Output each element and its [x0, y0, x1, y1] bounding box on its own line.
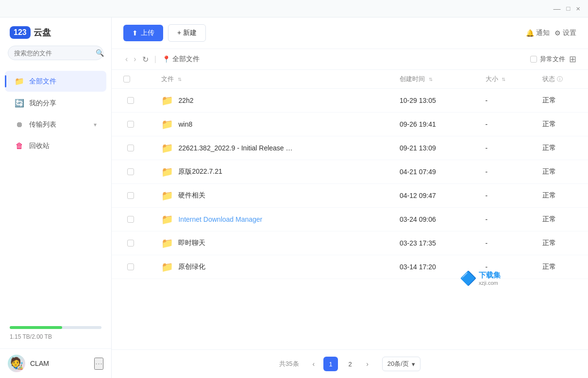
new-button[interactable]: + 新建 [168, 24, 206, 42]
row-checkbox-6[interactable] [123, 240, 138, 247]
row-checkbox-0[interactable] [123, 97, 138, 104]
anomaly-label: 异常文件 [540, 55, 565, 64]
forward-button[interactable]: › [132, 54, 138, 65]
logo-icon: 123 [10, 26, 31, 39]
file-name-cell: 📁 22h2 [161, 95, 376, 106]
row-checkbox-4[interactable] [123, 192, 138, 199]
file-name-cell: 📁 硬件相关 [161, 190, 376, 201]
divider: | [154, 55, 156, 64]
pagination: 共35条 ‹ 1 2 › 20条/页 ▾ [112, 349, 588, 378]
row-checkbox-1[interactable] [123, 121, 138, 128]
anomaly-checkbox[interactable] [530, 56, 537, 63]
prev-page-button[interactable]: ‹ [309, 358, 319, 370]
table-row[interactable]: 📁 Internet Download Manager 03-24 09:06 … [112, 208, 588, 231]
file-name-cell: 📁 win8 [161, 118, 376, 130]
sidebar-item-recycle[interactable]: 🗑 回收站 [5, 136, 106, 156]
more-options-button[interactable]: ··· [94, 358, 103, 370]
table-row[interactable]: 📁 22h2 10-29 13:05 - 正常 [112, 89, 588, 113]
row-checkbox-3[interactable] [123, 168, 138, 175]
file-name: 原版2022.7.21 [178, 167, 222, 176]
sort-icon-date: ⇅ [429, 77, 433, 82]
file-status: 正常 [531, 231, 588, 255]
row-checkbox-5[interactable] [123, 216, 138, 223]
file-size: - [474, 136, 531, 160]
file-status: 正常 [531, 113, 588, 136]
user-info: 🧑‍🎨 CLAM ··· [0, 348, 111, 378]
file-status: 正常 [531, 160, 588, 184]
per-page-select[interactable]: 20条/页 ▾ [382, 357, 420, 371]
close-button[interactable]: × [576, 4, 580, 13]
table-row[interactable]: 📁 即时聊天 03-23 17:35 - 正常 [112, 231, 588, 255]
notify-button[interactable]: 🔔 通知 [526, 29, 550, 37]
file-size: - [474, 184, 531, 208]
file-name-cell: 📁 原创绿化 [161, 261, 376, 273]
maximize-button[interactable]: □ [566, 5, 570, 12]
next-page-button[interactable]: › [362, 358, 372, 370]
row-checkbox-7[interactable] [123, 263, 138, 270]
sidebar-item-all-files[interactable]: 📁 全部文件 [5, 71, 106, 92]
minimize-button[interactable]: — [553, 4, 560, 13]
file-name-cell: 📁 22621.382_2022.9 - Initial Release … [161, 142, 376, 154]
file-name: 22621.382_2022.9 - Initial Release … [178, 144, 292, 152]
upload-label: 上传 [141, 29, 154, 37]
folder-icon: 📁 [161, 190, 173, 201]
table-row[interactable]: 📁 原创绿化 03-14 17:20 - 正常 [112, 255, 588, 279]
search-icon: 🔍 [96, 49, 104, 57]
file-status: 正常 [531, 255, 588, 279]
table-row[interactable]: 📁 硬件相关 04-12 09:47 - 正常 [112, 184, 588, 208]
file-name: 硬件相关 [178, 191, 205, 200]
sidebar-label-transfer: 传输列表 [29, 120, 89, 129]
search-box[interactable]: 🔍 [8, 46, 103, 60]
sidebar-item-my-share[interactable]: 🔄 我的分享 [5, 93, 106, 114]
upload-button[interactable]: ⬆ 上传 [123, 25, 163, 41]
upload-icon: ⬆ [132, 29, 138, 37]
page-2-button[interactable]: 2 [343, 357, 357, 371]
sort-icon-file: ⇅ [178, 77, 182, 82]
folder-icon: 📁 [161, 142, 173, 154]
watermark-site: xzji.com [479, 280, 501, 286]
transfer-icon: ⏺ [15, 120, 24, 129]
file-date: 09-21 13:09 [388, 136, 474, 160]
sidebar-label-recycle: 回收站 [29, 142, 97, 150]
folder-icon: 📁 [161, 237, 173, 249]
search-input[interactable] [14, 49, 96, 57]
back-button[interactable]: ‹ [123, 54, 130, 65]
file-table: 文件 ⇅ 创建时间 ⇅ 大小 ⇅ 状态 ⓘ [112, 70, 588, 279]
folder-icon: 📁 [161, 118, 173, 130]
settings-label: 设置 [563, 29, 576, 37]
toolbar: ⬆ 上传 + 新建 🔔 通知 ⚙ 设置 [112, 17, 588, 49]
file-status: 正常 [531, 184, 588, 208]
main-content: ⬆ 上传 + 新建 🔔 通知 ⚙ 设置 ‹ › ↻ | [112, 17, 588, 378]
nav-arrows: ‹ › [123, 54, 138, 65]
table-row[interactable]: 📁 原版2022.7.21 04-21 07:49 - 正常 [112, 160, 588, 184]
row-checkbox-2[interactable] [123, 145, 138, 151]
col-header-size: 大小 ⇅ [474, 70, 531, 89]
file-date: 04-12 09:47 [388, 184, 474, 208]
refresh-button[interactable]: ↻ [142, 55, 149, 64]
new-label: + 新建 [177, 29, 197, 37]
table-row[interactable]: 📁 win8 09-26 19:41 - 正常 [112, 113, 588, 136]
sort-icon-size: ⇅ [502, 77, 505, 82]
trash-icon: 🗑 [15, 142, 24, 150]
settings-button[interactable]: ⚙ 设置 [554, 29, 576, 37]
col-header-date: 创建时间 ⇅ [388, 70, 474, 89]
share-icon: 🔄 [15, 99, 24, 108]
file-status: 正常 [531, 89, 588, 113]
folder-icon: 📁 [161, 95, 173, 106]
watermark: 🔷 下载集 xzji.com [460, 270, 501, 286]
grid-view-button[interactable]: ⊞ [569, 54, 576, 65]
notify-label: 通知 [536, 29, 550, 37]
breadcrumb-path: 📍 全部文件 [162, 55, 200, 64]
file-size: - [474, 113, 531, 136]
nav-menu: 📁 全部文件 🔄 我的分享 ⏺ 传输列表 ▾ 🗑 回收站 [0, 68, 111, 195]
anomaly-check[interactable]: 异常文件 [530, 55, 565, 64]
select-all-checkbox[interactable] [123, 76, 130, 82]
file-name: win8 [178, 120, 192, 128]
file-size: - [474, 208, 531, 231]
file-status: 正常 [531, 136, 588, 160]
table-row[interactable]: 📁 22621.382_2022.9 - Initial Release … 0… [112, 136, 588, 160]
file-size: - [474, 89, 531, 113]
sidebar-item-transfer[interactable]: ⏺ 传输列表 ▾ [5, 115, 106, 135]
file-list: 文件 ⇅ 创建时间 ⇅ 大小 ⇅ 状态 ⓘ [112, 70, 588, 349]
page-1-button[interactable]: 1 [323, 357, 338, 371]
